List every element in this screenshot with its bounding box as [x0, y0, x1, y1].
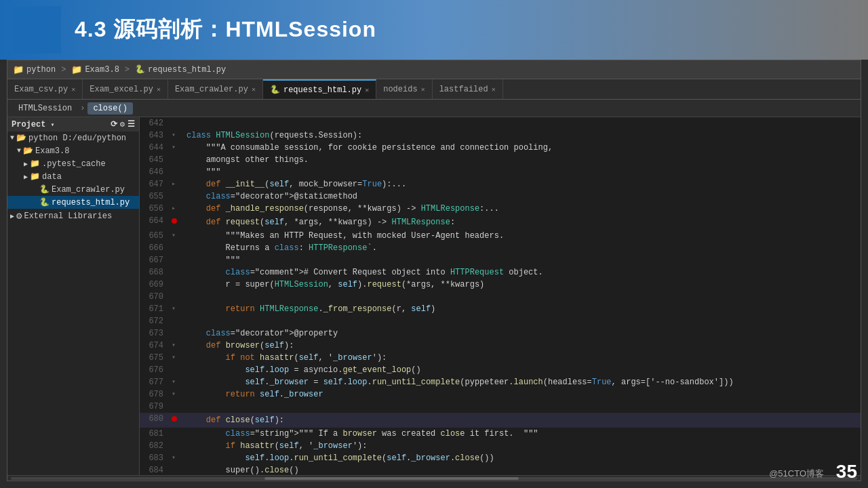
- line-number: 645: [140, 154, 170, 166]
- tab-nodeids[interactable]: nodeids ✕: [376, 79, 432, 99]
- gutter-cell[interactable]: ▾: [170, 340, 184, 352]
- gear-icon[interactable]: ⚙: [120, 119, 125, 129]
- gutter-cell[interactable]: [170, 279, 184, 291]
- gutter-cell[interactable]: [170, 428, 184, 440]
- gutter-cell[interactable]: ▾: [170, 452, 184, 464]
- breakpoint-icon[interactable]: [172, 416, 177, 422]
- line-number: 674: [140, 340, 170, 352]
- fold-close-icon[interactable]: ▾: [172, 305, 176, 312]
- gutter-cell[interactable]: [170, 413, 184, 428]
- tab-exam-crawler[interactable]: Exam_crawler.py ✕: [168, 79, 263, 99]
- line-number: 679: [140, 401, 170, 413]
- fold-close-icon[interactable]: ▾: [172, 342, 176, 349]
- gutter-cell[interactable]: ▾: [170, 142, 184, 154]
- code-content: if not hasattr(self, '_browser'):: [184, 352, 861, 364]
- gutter-cell[interactable]: ▸: [170, 178, 184, 190]
- gutter-cell[interactable]: [170, 254, 184, 266]
- table-row: 672: [140, 315, 861, 327]
- fold-close-icon[interactable]: ▾: [172, 144, 176, 151]
- gutter-cell[interactable]: [170, 401, 184, 413]
- sidebar-requests-html-label: requests_html.py: [52, 198, 130, 207]
- gutter-cell[interactable]: ▾: [170, 230, 184, 242]
- fold-close-icon[interactable]: ▾: [172, 232, 176, 239]
- scrollbar-track[interactable]: [11, 477, 857, 480]
- fold-close-icon[interactable]: ▾: [172, 131, 176, 139]
- line-number: 656: [140, 203, 170, 215]
- code-content: amongst other things.: [184, 154, 861, 166]
- table-row: 681 class="string">""" If a browser was …: [140, 428, 861, 440]
- sidebar-external-libs-label: External Libraries: [24, 211, 112, 221]
- code-area[interactable]: 642643▾class HTMLSession(requests.Sessio…: [140, 117, 861, 475]
- gutter-cell[interactable]: [170, 117, 184, 129]
- fold-close-icon[interactable]: ▾: [172, 390, 176, 398]
- fold-close-icon[interactable]: ▾: [172, 354, 176, 361]
- arrow-external-libs: [10, 212, 14, 220]
- header-title: 4.3 源码剖析：HTMLSession: [75, 15, 376, 45]
- table-row: 669 r = super(HTMLSession, self).request…: [140, 279, 861, 291]
- sidebar-item-exam-crawler[interactable]: 🐍 Exam_crawler.py: [7, 183, 139, 196]
- close-nodeids-icon[interactable]: ✕: [421, 85, 425, 94]
- tab-exam-csv[interactable]: Exam_csv.py ✕: [7, 79, 83, 99]
- close-exam-excel-icon[interactable]: ✕: [157, 85, 161, 94]
- gutter-cell[interactable]: [170, 464, 184, 475]
- fold-open-icon[interactable]: ▸: [172, 180, 176, 188]
- line-number: 664: [140, 215, 170, 230]
- gutter-cell[interactable]: ▸: [170, 203, 184, 215]
- sidebar-item-exam38[interactable]: 📂 Exam3.8: [7, 144, 139, 157]
- gutter-cell[interactable]: [170, 364, 184, 376]
- gutter-cell[interactable]: [170, 327, 184, 340]
- close-lastfailed-icon[interactable]: ✕: [492, 85, 496, 94]
- sidebar-project-header[interactable]: Project ▾ ⟳ ⚙ ☰: [7, 117, 139, 131]
- gutter-cell[interactable]: [170, 291, 184, 303]
- gutter-cell[interactable]: [170, 440, 184, 452]
- breakpoint-icon[interactable]: [172, 218, 177, 224]
- fold-close-icon[interactable]: ▾: [172, 378, 176, 386]
- gutter-cell[interactable]: [170, 266, 184, 279]
- code-content: """: [184, 166, 861, 178]
- gutter-cell[interactable]: ▾: [170, 129, 184, 142]
- gutter-cell[interactable]: [170, 154, 184, 166]
- gutter-cell[interactable]: [170, 242, 184, 254]
- close-requests-html-icon[interactable]: ✕: [365, 86, 369, 94]
- horizontal-scrollbar[interactable]: [7, 475, 861, 481]
- code-table: 642643▾class HTMLSession(requests.Sessio…: [140, 117, 861, 475]
- gutter-cell[interactable]: [170, 215, 184, 230]
- ide-area: 📁 python > 📁 Exam3.8 > 🐍 requests_html.p…: [7, 60, 861, 481]
- fold-open-icon[interactable]: ▸: [172, 205, 176, 212]
- breadcrumb-htmlsession[interactable]: HTMLSession: [13, 102, 77, 115]
- sidebar: Project ▾ ⟳ ⚙ ☰ 📂 python D:/edu/python: [7, 117, 140, 475]
- gutter-cell[interactable]: [170, 190, 184, 203]
- table-row: 682 if hasattr(self, '_browser'):: [140, 440, 861, 452]
- sidebar-item-requests-html[interactable]: 🐍 requests_html.py: [7, 196, 139, 209]
- tab-requests-html[interactable]: 🐍 requests_html.py ✕: [263, 79, 376, 99]
- table-row: 676 self.loop = asyncio.get_event_loop(): [140, 364, 861, 376]
- breadcrumb-close[interactable]: close(): [87, 102, 132, 115]
- gutter-cell[interactable]: ▾: [170, 388, 184, 401]
- sidebar-item-pytest-cache[interactable]: 📁 .pytest_cache: [7, 157, 139, 170]
- folder-blue-icon: 📁: [71, 64, 82, 75]
- tab-exam-excel[interactable]: Exam_excel.py ✕: [83, 79, 168, 99]
- titlebar-file-label: requests_html.py: [148, 65, 226, 75]
- folder-pytest-icon: 📁: [30, 159, 40, 169]
- gutter-cell[interactable]: [170, 315, 184, 327]
- tab-requests-html-label: requests_html.py: [283, 85, 361, 95]
- code-content: class="comment"># Convert Request object…: [184, 266, 861, 279]
- sync-icon[interactable]: ⟳: [111, 119, 117, 129]
- gutter-cell[interactable]: ▾: [170, 376, 184, 388]
- close-exam-crawler-icon[interactable]: ✕: [252, 85, 256, 94]
- sidebar-item-external-libs[interactable]: ⚙ External Libraries: [7, 209, 139, 223]
- sidebar-item-python[interactable]: 📂 python D:/edu/python: [7, 131, 139, 144]
- close-exam-csv-icon[interactable]: ✕: [71, 85, 75, 94]
- tab-lastfailed[interactable]: lastfailed ✕: [433, 79, 503, 99]
- table-row: 671▾ return HTMLResponse._from_response(…: [140, 303, 861, 315]
- scrollbar-thumb[interactable]: [264, 477, 518, 480]
- code-content: [184, 291, 861, 303]
- gutter-cell[interactable]: [170, 166, 184, 178]
- sidebar-item-data[interactable]: 📁 data: [7, 170, 139, 183]
- gutter-cell[interactable]: ▾: [170, 303, 184, 315]
- line-number: 673: [140, 327, 170, 340]
- line-number: 642: [140, 117, 170, 129]
- fold-close-icon[interactable]: ▾: [172, 454, 176, 462]
- settings-icon[interactable]: ☰: [127, 119, 135, 129]
- gutter-cell[interactable]: ▾: [170, 352, 184, 364]
